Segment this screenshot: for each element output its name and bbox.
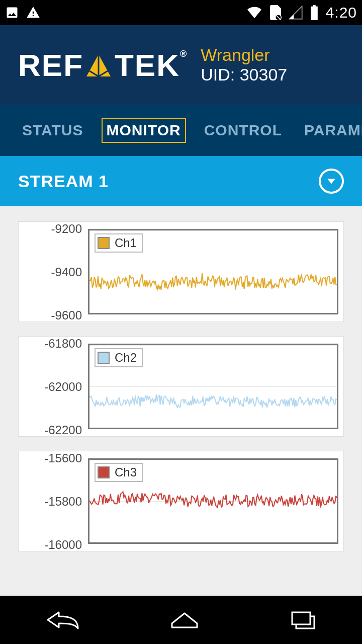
android-status-bar: 4:20 xyxy=(0,0,362,25)
plot-area[interactable]: Ch2 xyxy=(88,344,338,429)
content-area: -9200-9400-9600Ch1-61800-62000-62200Ch2-… xyxy=(0,206,362,551)
device-info: Wrangler UID: 30307 xyxy=(201,45,287,85)
legend: Ch1 xyxy=(95,233,143,253)
legend-label: Ch2 xyxy=(115,351,137,365)
battery-icon xyxy=(310,5,319,20)
svg-rect-8 xyxy=(292,612,310,624)
plot-ch3: -15600-15800-16000Ch3 xyxy=(0,451,362,551)
y-tick-label: -9200 xyxy=(51,222,82,236)
tab-bar: STATUS MONITOR CONTROL PARAMETERS LOGIN xyxy=(0,105,362,156)
android-nav-bar xyxy=(0,596,362,644)
y-tick-label: -15600 xyxy=(44,451,82,465)
plot-ch2: -61800-62000-62200Ch2 xyxy=(0,336,362,437)
legend-label: Ch1 xyxy=(115,236,137,250)
logo-text-ref: REF xyxy=(18,47,83,83)
app-header: REF TEK ® Wrangler UID: 30307 xyxy=(0,25,362,105)
storage-icon xyxy=(269,5,282,20)
legend-label: Ch3 xyxy=(115,465,137,479)
app-logo: REF TEK ® xyxy=(18,47,188,83)
y-tick-label: -62200 xyxy=(44,423,82,437)
warning-icon xyxy=(26,6,40,20)
tab-control[interactable]: CONTROL xyxy=(200,119,286,142)
registered-mark: ® xyxy=(180,49,187,59)
stream-title: STREAM 1 xyxy=(18,172,109,191)
nav-back-button[interactable] xyxy=(45,609,80,630)
stream-dropdown-button[interactable] xyxy=(319,169,344,194)
y-tick-label: -62000 xyxy=(44,380,82,394)
legend-swatch xyxy=(98,352,110,364)
plot-area[interactable]: Ch3 xyxy=(88,458,338,544)
legend-swatch xyxy=(98,466,110,478)
image-icon xyxy=(5,6,19,20)
tab-monitor[interactable]: MONITOR xyxy=(102,118,186,143)
clock-text: 4:20 xyxy=(326,4,357,21)
plot-area[interactable]: Ch1 xyxy=(88,229,338,314)
device-name: Wrangler xyxy=(201,45,287,65)
wifi-icon xyxy=(246,6,262,20)
plot-ch1: -9200-9400-9600Ch1 xyxy=(0,221,362,322)
device-uid: UID: 30307 xyxy=(201,65,287,85)
nav-home-button[interactable] xyxy=(169,609,200,630)
tab-parameters[interactable]: PARAMETERS xyxy=(300,119,362,142)
stream-header[interactable]: STREAM 1 xyxy=(0,156,362,206)
tab-status[interactable]: STATUS xyxy=(18,119,87,142)
legend: Ch3 xyxy=(95,463,143,482)
cell-signal-icon xyxy=(289,6,303,20)
logo-triangle-icon xyxy=(85,53,112,77)
y-tick-label: -61800 xyxy=(44,337,82,351)
legend-swatch xyxy=(98,237,110,249)
logo-text-tek: TEK xyxy=(115,47,180,83)
y-tick-label: -15800 xyxy=(44,495,82,509)
nav-recent-button[interactable] xyxy=(289,609,317,630)
svg-marker-6 xyxy=(327,179,335,184)
y-tick-label: -9400 xyxy=(51,265,82,279)
y-tick-label: -16000 xyxy=(44,538,82,552)
y-tick-label: -9600 xyxy=(51,308,82,323)
legend: Ch2 xyxy=(95,348,143,367)
